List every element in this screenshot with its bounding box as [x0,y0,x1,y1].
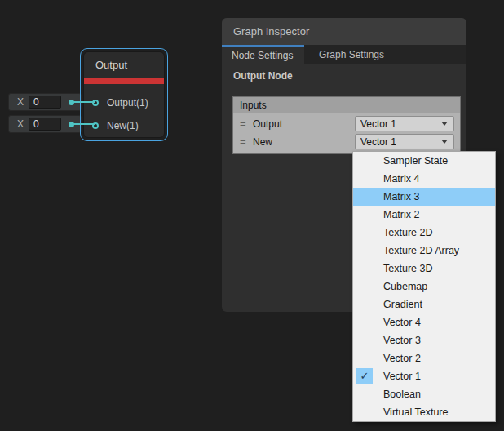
drag-handle-icon[interactable]: = [240,138,251,146]
node-title: Output [84,52,164,78]
port-label: Output(1) [107,97,148,109]
menu-item-vector-3[interactable]: Vector 3 [353,331,495,349]
number-input[interactable]: 0 [29,96,61,109]
output-node[interactable]: Output Output(1) New(1) [80,48,168,141]
drag-handle-icon[interactable]: = [240,120,251,128]
input-row-output: = Output Vector 1 [233,115,460,133]
menu-item-gradient[interactable]: Gradient [353,295,495,313]
menu-item-vector-2[interactable]: Vector 2 [353,349,495,367]
menu-item-virtual-texture[interactable]: Virtual Texture [353,403,495,421]
tab-bar: Node Settings Graph Settings [222,45,466,64]
menu-item-texture-2d[interactable]: Texture 2D [353,224,495,242]
connection-edge [73,101,95,103]
number-input[interactable]: 0 [29,118,61,131]
port-label: New(1) [107,120,139,131]
inputs-list-header: Inputs [233,97,460,113]
dropdown-value: Vector 1 [360,136,441,148]
menu-item-cubemap[interactable]: Cubemap [353,278,495,295]
menu-item-vector-4[interactable]: Vector 4 [353,313,495,331]
menu-item-matrix-3[interactable]: Matrix 3 [353,188,495,206]
panel-title[interactable]: Graph Inspector [222,18,466,45]
menu-item-matrix-2[interactable]: Matrix 2 [353,206,495,224]
type-dropdown-output[interactable]: Vector 1 [355,116,454,131]
menu-item-label: Vector 1 [383,371,421,382]
menu-item-boolean[interactable]: Boolean [353,385,495,403]
axis-label: X [17,96,24,108]
axis-label: X [17,118,24,130]
tab-node-settings[interactable]: Node Settings [222,45,304,64]
dropdown-arrow-icon [441,140,448,144]
type-dropdown-menu: Sampler State Matrix 4 Matrix 3 Matrix 2… [352,151,496,422]
check-icon: ✓ [356,368,373,384]
input-row-label: New [253,136,272,148]
menu-item-texture-3d[interactable]: Texture 3D [353,260,495,278]
node-color-bar [84,78,164,84]
menu-item-vector-1[interactable]: ✓Vector 1 [353,367,495,385]
port-row: New(1) [84,114,164,137]
dropdown-arrow-icon [441,122,448,126]
input-row-label: Output [253,118,282,130]
menu-item-sampler-state[interactable]: Sampler State [353,152,495,170]
type-dropdown-new[interactable]: Vector 1 [355,134,454,149]
section-title: Output Node [233,70,293,82]
dropdown-value: Vector 1 [360,118,441,130]
menu-item-matrix-4[interactable]: Matrix 4 [353,170,495,188]
port-row: Output(1) [84,91,164,114]
output-node-body: Output Output(1) New(1) [83,51,165,138]
tab-graph-settings[interactable]: Graph Settings [304,45,402,64]
connection-edge [73,123,95,125]
menu-item-texture-2d-array[interactable]: Texture 2D Array [353,242,495,260]
input-row-new: = New Vector 1 [233,133,460,151]
inputs-list: Inputs = Output Vector 1 = New Vector 1 [232,96,461,154]
